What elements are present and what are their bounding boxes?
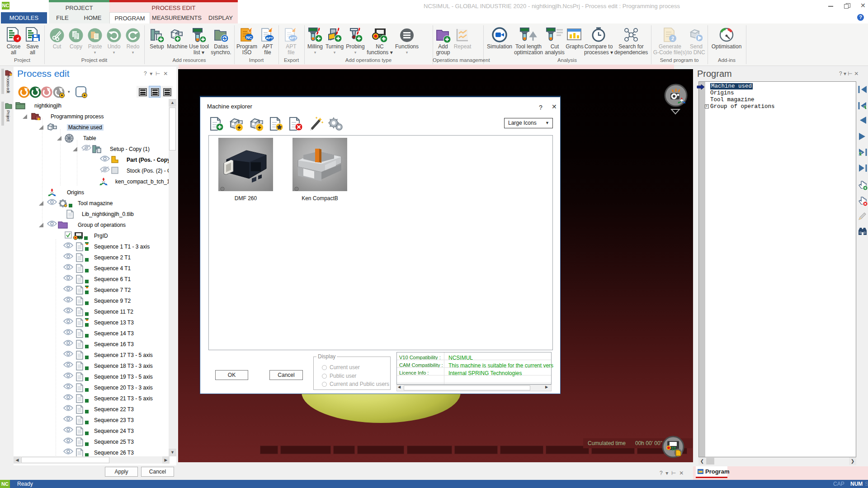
svg-text:APT: APT [289, 36, 297, 40]
svg-text:NC: NC [246, 35, 252, 40]
svg-text:2: 2 [671, 36, 674, 41]
svg-text:APT: APT [266, 36, 273, 40]
